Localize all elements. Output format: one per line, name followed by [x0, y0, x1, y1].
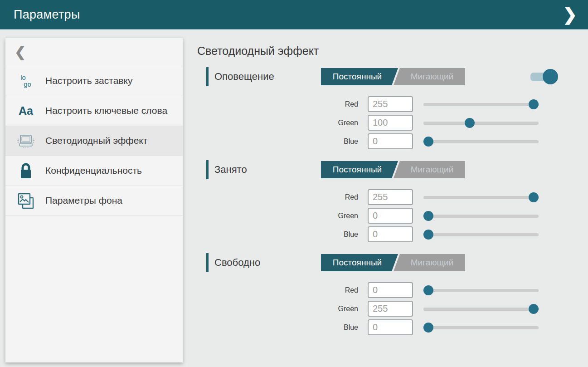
red-label: Red [197, 286, 358, 294]
red-value-input[interactable] [368, 282, 413, 298]
slider-thumb[interactable] [423, 211, 433, 221]
led-section-notification: Оповещение Постоянный Мигающий Red Green [197, 67, 588, 151]
green-label: Green [197, 212, 358, 220]
red-label: Red [197, 100, 358, 108]
sidebar-item-keywords[interactable]: Aa Настроить ключевые слова [5, 96, 183, 126]
mode-solid-button[interactable]: Постоянный [321, 254, 398, 271]
lock-icon [15, 162, 36, 180]
mode-segmented-control: Постоянный Мигающий [321, 161, 465, 178]
red-row: Red [197, 188, 588, 206]
sidebar-item-label: Настроить заставку [45, 75, 132, 87]
red-row: Red [197, 281, 588, 299]
red-value-input[interactable] [368, 189, 413, 205]
section-label: Оповещение [214, 71, 321, 83]
blue-label: Blue [197, 230, 358, 239]
back-chevron-icon: ❮ [15, 44, 26, 60]
green-row: Green [197, 299, 588, 318]
red-row: Red [197, 95, 588, 113]
red-slider[interactable] [423, 192, 539, 202]
red-label: Red [197, 193, 358, 201]
green-label: Green [197, 305, 358, 313]
red-value-input[interactable] [368, 96, 413, 112]
led-monitor-icon [15, 132, 36, 150]
accent-bar [206, 67, 209, 86]
sidebar-item-privacy[interactable]: Конфиденциальность [5, 156, 183, 186]
mode-solid-button[interactable]: Постоянный [321, 68, 398, 85]
led-section-busy: Занято Постоянный Мигающий Red Green [197, 160, 588, 244]
sidebar-item-label: Светодиодный эффект [45, 135, 147, 147]
blue-slider[interactable] [423, 137, 539, 147]
blue-label: Blue [197, 137, 358, 146]
sidebar-item-background[interactable]: Параметры фона [5, 186, 183, 216]
sidebar-item-label: Параметры фона [45, 195, 122, 206]
slider-thumb[interactable] [423, 285, 433, 295]
sidebar-item-led-effect[interactable]: Светодиодный эффект [5, 126, 183, 156]
green-slider[interactable] [423, 211, 539, 221]
red-slider[interactable] [423, 99, 539, 109]
sidebar-item-screensaver[interactable]: logo Настроить заставку [5, 66, 183, 96]
green-value-input[interactable] [368, 115, 413, 131]
led-effect-panel: Светодиодный эффект Оповещение Постоянны… [197, 38, 588, 346]
slider-thumb[interactable] [423, 323, 433, 333]
blue-row: Blue [197, 318, 588, 337]
blue-label: Blue [197, 323, 358, 332]
section-title: Светодиодный эффект [197, 44, 588, 58]
green-label: Green [197, 119, 358, 127]
blue-slider[interactable] [423, 323, 539, 333]
green-value-input[interactable] [368, 208, 413, 224]
blue-row: Blue [197, 132, 588, 151]
logo-icon: logo [15, 74, 36, 88]
accent-bar [206, 160, 209, 179]
mode-blinking-button[interactable]: Мигающий [394, 254, 465, 271]
app-header: Параметры ❯ [0, 0, 588, 30]
page-title: Параметры [14, 8, 80, 22]
settings-sidebar: ❮ logo Настроить заставку Aa Настроить к… [5, 38, 183, 362]
mode-solid-button[interactable]: Постоянный [321, 161, 398, 178]
slider-thumb[interactable] [423, 137, 433, 147]
slider-thumb[interactable] [529, 304, 539, 314]
mode-segmented-control: Постоянный Мигающий [321, 68, 465, 85]
slider-thumb[interactable] [529, 99, 539, 109]
green-value-input[interactable] [368, 301, 413, 317]
led-section-free: Свободно Постоянный Мигающий Red Green [197, 253, 588, 337]
toggle-knob [543, 69, 558, 84]
mode-blinking-button[interactable]: Мигающий [394, 68, 465, 85]
slider-thumb[interactable] [465, 118, 475, 128]
sidebar-item-label: Настроить ключевые слова [45, 105, 167, 117]
blue-value-input[interactable] [368, 226, 413, 242]
background-images-icon [15, 191, 36, 210]
green-slider[interactable] [423, 118, 539, 128]
notification-power-toggle[interactable] [530, 69, 555, 84]
green-row: Green [197, 113, 588, 132]
slider-thumb[interactable] [423, 230, 433, 240]
blue-slider[interactable] [423, 230, 539, 240]
sidebar-collapse-button[interactable]: ❮ [5, 38, 183, 66]
section-label: Занято [214, 164, 321, 176]
sidebar-item-label: Конфиденциальность [45, 165, 142, 176]
mode-blinking-button[interactable]: Мигающий [394, 161, 465, 178]
forward-chevron-icon[interactable]: ❯ [563, 6, 577, 23]
slider-thumb[interactable] [529, 192, 539, 202]
section-label: Свободно [214, 257, 321, 269]
blue-value-input[interactable] [368, 319, 413, 335]
accent-bar [206, 253, 209, 272]
green-slider[interactable] [423, 304, 539, 314]
blue-row: Blue [197, 225, 588, 244]
red-slider[interactable] [423, 285, 539, 295]
mode-segmented-control: Постоянный Мигающий [321, 254, 465, 271]
blue-value-input[interactable] [368, 133, 413, 149]
keywords-icon: Aa [15, 104, 36, 117]
green-row: Green [197, 206, 588, 225]
